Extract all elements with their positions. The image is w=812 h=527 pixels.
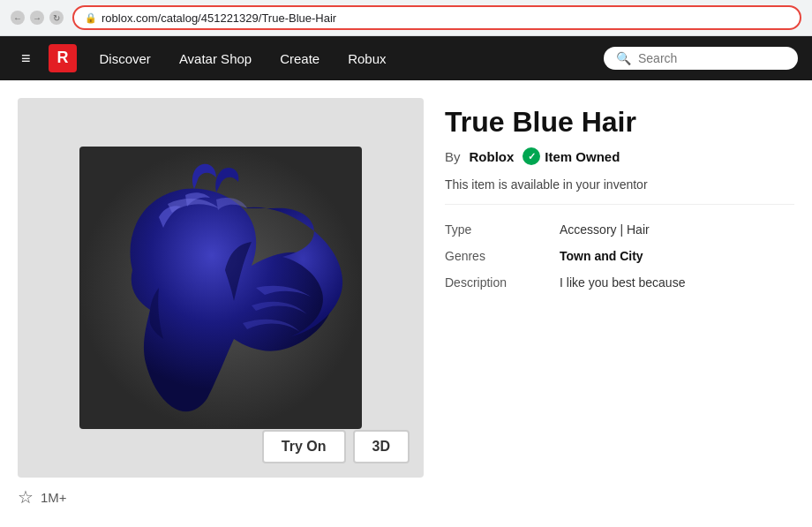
nav-avatar-shop[interactable]: Avatar Shop	[167, 44, 264, 73]
genres-label: Genres	[445, 249, 560, 263]
detail-panel: True Blue Hair By Roblox ✓ Item Owned Th…	[445, 98, 794, 527]
3d-button[interactable]: 3D	[353, 430, 410, 463]
url-text: roblox.com/catalog/451221329/True-Blue-H…	[102, 11, 336, 25]
favorites-row: ☆ 1M+	[18, 486, 424, 508]
item-image-panel: Try On 3D	[18, 98, 424, 478]
lock-icon: 🔒	[85, 12, 97, 24]
roblox-logo[interactable]: R	[49, 44, 77, 72]
nav-discover[interactable]: Discover	[87, 44, 163, 73]
nav-create[interactable]: Create	[267, 44, 332, 73]
search-icon: 🔍	[616, 51, 631, 65]
creator-name[interactable]: Roblox	[470, 149, 515, 164]
type-label: Type	[445, 222, 560, 237]
browser-top-bar: ← → ↻ 🔒 roblox.com/catalog/451221329/Tru…	[0, 0, 812, 35]
browser-chrome: ← → ↻ 🔒 roblox.com/catalog/451221329/Tru…	[0, 0, 812, 36]
detail-table: Type Accessory | Hair Genres Town and Ci…	[445, 222, 794, 290]
genres-value: Town and City	[560, 249, 794, 263]
nav-links: Discover Avatar Shop Create Robux	[87, 44, 399, 73]
favorite-star-icon[interactable]: ☆	[18, 486, 34, 508]
item-image	[79, 147, 362, 429]
search-input[interactable]	[638, 51, 786, 65]
reload-button[interactable]: ↻	[49, 11, 64, 25]
browser-controls: ← → ↻	[11, 11, 64, 25]
hamburger-menu-button[interactable]: ≡	[14, 44, 38, 73]
owned-label: Item Owned	[545, 149, 620, 164]
main-content: Try On 3D ☆ 1M+ True Blue Hair By Roblox…	[0, 80, 812, 527]
try-on-button[interactable]: Try On	[262, 430, 346, 463]
owned-badge: ✓ Item Owned	[523, 147, 620, 165]
item-creator-row: By Roblox ✓ Item Owned	[445, 147, 794, 165]
type-value: Accessory | Hair	[560, 222, 794, 237]
item-inventory-text: This item is available in your inventor	[445, 177, 794, 205]
description-label: Description	[445, 275, 560, 290]
back-button[interactable]: ←	[11, 11, 25, 25]
owned-checkmark-icon: ✓	[523, 147, 540, 165]
nav-robux[interactable]: Robux	[335, 44, 398, 73]
address-bar[interactable]: 🔒 roblox.com/catalog/451221329/True-Blue…	[72, 5, 801, 30]
item-action-buttons: Try On 3D	[262, 430, 410, 463]
creator-by-label: By	[445, 149, 461, 164]
favorites-count: 1M+	[41, 490, 67, 505]
roblox-navbar: ≡ R Discover Avatar Shop Create Robux 🔍	[0, 36, 812, 80]
svg-text:R: R	[56, 49, 68, 66]
forward-button[interactable]: →	[30, 11, 44, 25]
search-bar[interactable]: 🔍	[604, 47, 798, 70]
item-title: True Blue Hair	[445, 105, 794, 139]
description-value: I like you best because	[560, 275, 794, 290]
